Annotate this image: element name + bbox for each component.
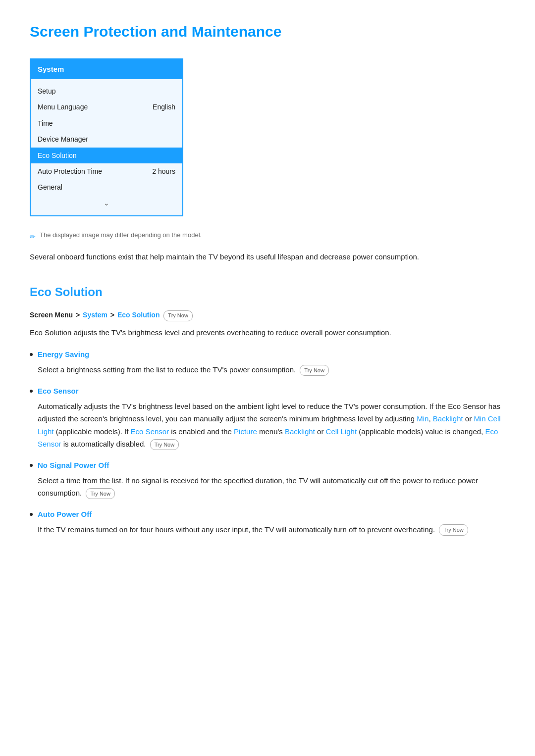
link-min[interactable]: Min: [417, 414, 428, 423]
link-eco-sensor-2[interactable]: Eco Sensor: [38, 427, 498, 449]
menu-item-time[interactable]: Time: [31, 115, 182, 131]
eco-bullet-list: Energy Saving Select a brightness settin…: [30, 349, 505, 536]
system-menu-box: System Setup Menu Language English Time …: [30, 58, 183, 216]
eco-solution-description: Eco Solution adjusts the TV's brightness…: [30, 326, 505, 339]
link-cell-light[interactable]: Cell Light: [326, 427, 357, 436]
menu-item-setup[interactable]: Setup: [31, 83, 182, 99]
energy-saving-label[interactable]: Energy Saving: [38, 349, 89, 360]
menu-item-device-manager[interactable]: Device Manager: [31, 131, 182, 147]
link-backlight-2[interactable]: Backlight: [285, 427, 315, 436]
no-signal-power-off-label[interactable]: No Signal Power Off: [38, 459, 109, 471]
auto-power-off-label[interactable]: Auto Power Off: [38, 508, 92, 520]
eco-sensor-try-now[interactable]: Try Now: [150, 439, 179, 451]
menu-item-auto-protection-time[interactable]: Auto Protection Time 2 hours: [31, 163, 182, 179]
auto-power-off-content: If the TV remains turned on for four hou…: [30, 523, 505, 536]
note-text: The displayed image may differ depending…: [40, 230, 202, 241]
link-backlight-1[interactable]: Backlight: [433, 414, 463, 423]
menu-item-general[interactable]: General: [31, 179, 182, 195]
bullet-dot: [30, 353, 33, 356]
bullet-dot: [30, 513, 33, 516]
bullet-energy-saving: Energy Saving Select a brightness settin…: [30, 349, 505, 376]
eco-sensor-content: Automatically adjusts the TV's brightnes…: [30, 400, 505, 451]
link-min-cell-light[interactable]: Min Cell Light: [38, 414, 501, 436]
breadcrumb: Screen Menu > System > Eco Solution Try …: [30, 309, 505, 321]
intro-text: Several onboard functions exist that hel…: [30, 251, 505, 263]
breadcrumb-try-now-badge[interactable]: Try Now: [163, 310, 193, 321]
menu-item-menu-language[interactable]: Menu Language English: [31, 99, 182, 115]
system-menu-header: System: [31, 59, 182, 79]
no-signal-power-off-content: Select a time from the list. If no signa…: [30, 474, 505, 500]
bullet-auto-power-off: Auto Power Off If the TV remains turned …: [30, 508, 505, 536]
chevron-down-icon: ⌄: [31, 196, 182, 210]
no-signal-try-now[interactable]: Try Now: [86, 488, 115, 500]
link-picture[interactable]: Picture: [234, 427, 257, 436]
bullet-dot: [30, 390, 33, 393]
bullet-no-signal-power-off: No Signal Power Off Select a time from t…: [30, 459, 505, 500]
link-eco-sensor-1[interactable]: Eco Sensor: [131, 427, 169, 436]
breadcrumb-system[interactable]: System: [83, 311, 107, 319]
auto-power-off-try-now[interactable]: Try Now: [439, 524, 468, 536]
bullet-eco-sensor: Eco Sensor Automatically adjusts the TV'…: [30, 385, 505, 451]
eco-sensor-label[interactable]: Eco Sensor: [38, 385, 79, 397]
breadcrumb-prefix: Screen Menu: [30, 311, 73, 319]
pencil-icon: ✏: [30, 231, 36, 242]
page-title: Screen Protection and Maintenance: [30, 20, 505, 44]
note-line: ✏ The displayed image may differ dependi…: [30, 230, 505, 242]
eco-solution-title: Eco Solution: [30, 283, 505, 302]
energy-saving-content: Select a brightness setting from the lis…: [30, 363, 505, 376]
bullet-dot: [30, 464, 33, 467]
menu-item-eco-solution[interactable]: Eco Solution: [31, 148, 182, 163]
energy-saving-try-now[interactable]: Try Now: [300, 365, 329, 376]
breadcrumb-eco-solution[interactable]: Eco Solution: [117, 311, 160, 319]
